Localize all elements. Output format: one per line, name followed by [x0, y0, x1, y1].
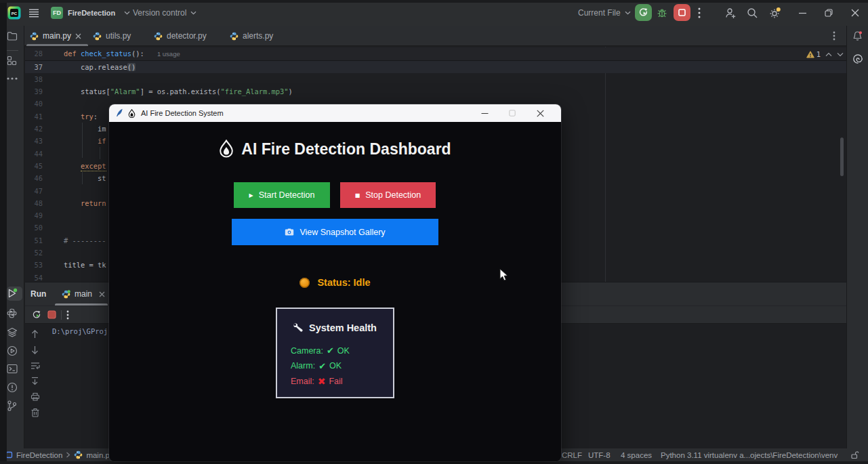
down-stacktrace-icon[interactable] — [30, 345, 39, 355]
search-icon — [747, 7, 758, 19]
up-stacktrace-icon[interactable] — [30, 329, 39, 339]
run-configuration-selector[interactable]: Current File — [578, 0, 631, 26]
window-minimize-button[interactable] — [799, 0, 806, 26]
app-flame-icon — [219, 140, 234, 159]
health-label: Alarm: — [291, 361, 315, 371]
tab-label: main.py — [43, 31, 71, 41]
breadcrumb-project[interactable]: FireDetection — [16, 451, 62, 459]
encoding-widget[interactable]: UTF-8 — [588, 448, 611, 461]
indent-widget[interactable]: 4 spaces — [621, 448, 652, 461]
console-output[interactable]: D:\proj\GProj — [52, 327, 108, 335]
line-number: 45 — [25, 160, 43, 172]
tab-main-py[interactable]: main.py — [30, 26, 81, 46]
stop-detection-button[interactable]: ■ Stop Detection — [340, 182, 436, 208]
pycharm-logo[interactable]: PC — [7, 0, 21, 26]
app-close-button[interactable] — [529, 104, 552, 122]
usage-hint[interactable]: 1 usage — [157, 50, 180, 58]
scroll-to-end-icon[interactable] — [30, 377, 39, 385]
minimize-icon — [481, 110, 489, 117]
line-number: 44 — [25, 148, 43, 160]
chevron-down-icon — [124, 11, 130, 15]
app-minimize-button[interactable] — [473, 104, 496, 122]
interpreter-widget[interactable]: Python 3.11 virtualenv a...ojects\FireDe… — [661, 448, 838, 461]
check-icon: ✔ — [327, 345, 334, 356]
indent-guide — [82, 172, 83, 184]
project-widget[interactable]: FD FireDetection — [51, 0, 130, 26]
kebab-icon — [66, 310, 69, 320]
debug-button[interactable] — [657, 0, 667, 26]
mouse-cursor — [499, 268, 509, 282]
screen-edge-bottom — [0, 461, 868, 464]
line-number: 42 — [25, 123, 43, 135]
search-everywhere-button[interactable] — [747, 0, 758, 26]
python-file-icon — [93, 32, 102, 41]
screen-edge-left — [0, 0, 7, 464]
system-health-panel: System Health Camera: ✔ OK Alarm: ✔ OK E… — [276, 308, 394, 398]
health-state: OK — [329, 361, 342, 371]
chevron-down-icon — [625, 11, 631, 15]
bug-icon — [657, 7, 667, 18]
pycharm-logo-icon: PC — [7, 6, 21, 20]
bell-icon — [852, 30, 863, 42]
notifications-button[interactable] — [847, 30, 868, 42]
problems-icon — [7, 382, 18, 393]
line-number: 38 — [25, 73, 43, 85]
rerun-console-button[interactable] — [32, 310, 41, 320]
python-file-icon — [30, 32, 39, 41]
tab-close-icon[interactable] — [75, 33, 81, 39]
rerun-button[interactable] — [635, 4, 652, 21]
stop-icon — [678, 9, 686, 16]
console-more-button[interactable] — [66, 310, 69, 320]
ai-assistant-button[interactable] — [847, 54, 868, 64]
tab-utils-py[interactable]: utils.py — [93, 26, 131, 46]
main-menu-button[interactable] — [28, 0, 39, 26]
rerun-icon — [638, 7, 648, 18]
print-icon[interactable] — [30, 392, 40, 401]
vcs-widget[interactable]: Version control — [133, 0, 197, 26]
active-tab-underline — [26, 44, 88, 46]
more-actions-button[interactable] — [698, 0, 701, 26]
line-ending-widget[interactable]: CRLF — [562, 448, 582, 461]
app-maximize-button[interactable] — [501, 104, 524, 122]
stop-button[interactable] — [674, 4, 690, 21]
soft-wrap-icon[interactable] — [30, 362, 40, 370]
warning-count: 1 — [817, 50, 821, 58]
python-file-icon — [230, 32, 239, 41]
tab-detector-py[interactable]: detector.py — [154, 26, 207, 46]
inspections-widget[interactable]: 1 — [806, 49, 844, 59]
fire-detection-app-window: AI Fire Detection System — [109, 104, 561, 461]
app-title-bar[interactable]: AI Fire Detection System — [109, 104, 561, 122]
code-row: 38 — [25, 73, 846, 85]
cross-icon: ✖ — [318, 376, 326, 387]
window-restore-button[interactable] — [825, 0, 833, 26]
run-panel-title[interactable]: Run — [30, 282, 46, 305]
tab-close-icon[interactable] — [99, 291, 105, 297]
next-problem-icon[interactable] — [837, 52, 844, 57]
kebab-icon — [698, 7, 701, 18]
settings-button[interactable] — [768, 0, 781, 26]
line-number: 39 — [25, 85, 43, 98]
start-detection-button[interactable]: ▶ Start Detection — [234, 182, 330, 208]
health-title-row: System Health — [277, 322, 393, 333]
run-tab-main[interactable]: main — [62, 282, 105, 305]
chevron-down-icon — [190, 11, 197, 15]
stripe-divider — [6, 50, 18, 51]
window-close-button[interactable] — [851, 0, 859, 26]
lock-icon[interactable] — [850, 450, 859, 459]
gallery-icon — [285, 228, 294, 236]
health-row-email: Email: ✖ Fail — [291, 376, 343, 387]
code-with-me-button[interactable] — [724, 0, 737, 26]
stop-console-button[interactable] — [47, 310, 56, 319]
clear-all-icon[interactable] — [31, 408, 39, 417]
tab-alerts-py[interactable]: alerts.py — [230, 26, 273, 46]
tab-label: alerts.py — [243, 31, 273, 41]
health-label: Camera: — [291, 346, 323, 356]
prev-problem-icon[interactable] — [825, 52, 832, 57]
tab-bar-more-button[interactable] — [833, 26, 835, 46]
stop-glyph: ■ — [355, 192, 360, 198]
view-snapshot-gallery-button[interactable]: View Snapshot Gallery — [232, 219, 438, 245]
status-breadcrumbs[interactable]: FireDetection main.py — [5, 450, 114, 459]
chevron-right-icon — [66, 452, 70, 458]
editor-scrollbar[interactable] — [840, 138, 844, 176]
health-title: System Health — [309, 322, 377, 333]
